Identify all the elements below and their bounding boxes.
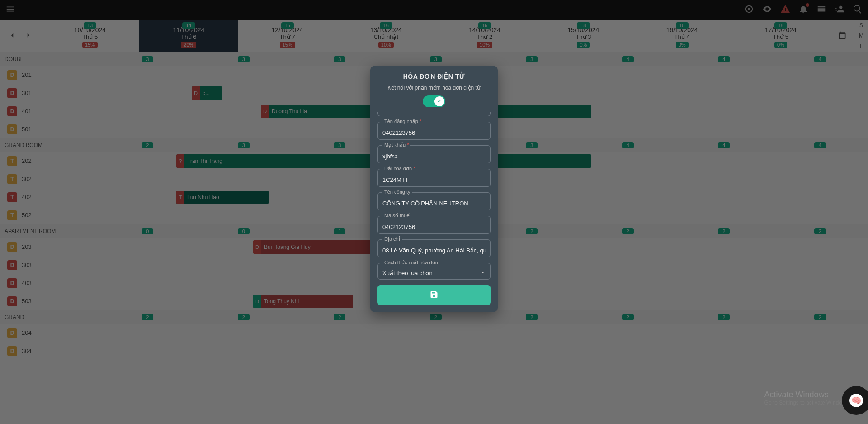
username-field[interactable]: Tên đăng nhập * [377, 122, 491, 140]
address-input[interactable] [382, 247, 486, 254]
username-input[interactable] [382, 129, 486, 136]
check-icon [434, 96, 444, 106]
company-field[interactable]: Tên công ty [377, 192, 491, 210]
assistant-fab[interactable]: 🧠 [842, 386, 868, 415]
password-field[interactable]: Mật khẩu * [377, 145, 491, 163]
modal-title: HÓA ĐƠN ĐIỆN TỬ [377, 66, 491, 85]
chevron-down-icon [480, 269, 486, 277]
windows-watermark: Activate Windows Go to Settings to activ… [764, 390, 850, 406]
password-input[interactable] [382, 153, 486, 160]
brain-icon: 🧠 [849, 394, 863, 407]
connect-toggle[interactable] [423, 95, 445, 107]
save-icon [429, 290, 439, 300]
tax-input[interactable] [382, 224, 486, 230]
company-input[interactable] [382, 200, 486, 207]
method-value: Xuất theo lựa chọn [382, 270, 486, 276]
tax-field[interactable]: Mã số thuế [377, 216, 491, 234]
series-input[interactable] [382, 176, 486, 183]
modal-subtitle: Kết nối với phần mềm hóa đơn điện tử [377, 85, 491, 91]
einvoice-modal: HÓA ĐƠN ĐIỆN TỬ Kết nối với phần mềm hóa… [370, 66, 498, 312]
method-field[interactable]: Cách thức xuất hóa đơn Xuất theo lựa chọ… [377, 263, 491, 280]
save-button[interactable] [377, 285, 491, 305]
address-field[interactable]: Địa chỉ [377, 239, 491, 257]
series-field[interactable]: Dải hóa đơn * [377, 169, 491, 187]
field-partial-top [377, 112, 491, 116]
